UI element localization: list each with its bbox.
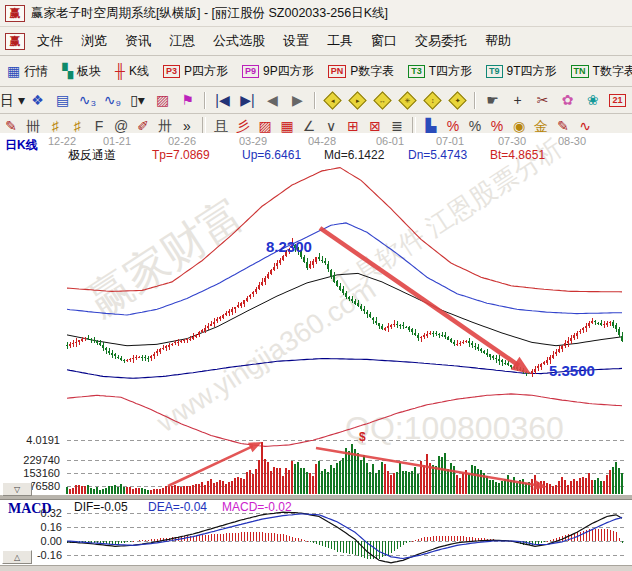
window-title: 赢家老子时空周期系统[纵横版] - [丽江股份 SZ002033-256日K线] [31, 5, 388, 22]
indicator-dn: Dn=5.4743 [408, 149, 467, 163]
red-grid-tool-2-icon: ⊠ [369, 119, 381, 133]
doc-icon-icon: ▤ [56, 93, 69, 107]
elephant-icon[interactable]: ✿ [555, 87, 580, 113]
cycle-diamond-h-icon: ↔ [373, 91, 391, 109]
p-square-button[interactable]: P3P四方形 [156, 56, 235, 86]
macd-tick-1: 0.32 [2, 507, 62, 520]
chart-panel: 赢家财富工具软件 江恩股票分析www.yingjia360.comQQ:1008… [0, 133, 632, 565]
gold-bars-tool-icon: 金 [534, 119, 548, 133]
9p-square-button[interactable]: P99P四方形 [235, 56, 321, 86]
first-bar-button-icon: |◀ [215, 93, 229, 107]
quotes-button-icon: ▦ [7, 64, 20, 78]
cycle-diamond-right[interactable]: ▸ [345, 87, 370, 113]
calendar-icon-icon: 21 [609, 94, 625, 107]
brain-icon[interactable]: ❀ [580, 87, 605, 113]
t-square-button[interactable]: T3T四方形 [401, 56, 479, 86]
macd-dea-value: DEA=-0.04 [148, 501, 207, 515]
calendar-icon[interactable]: 21 [605, 87, 630, 113]
kline-button[interactable]: ╫K线 [108, 56, 156, 86]
hand-tool[interactable]: ☛ [480, 87, 505, 113]
trend-arrowhead-0 [511, 357, 531, 374]
9t-square-button-label: 9T四方形 [507, 63, 557, 80]
menu-item-8[interactable]: 交易委托 [406, 29, 476, 53]
date-tick-8: 08-30 [558, 135, 586, 148]
sectors-button-icon: ▚ [62, 64, 73, 78]
volume-tick-2: 153160 [0, 467, 60, 480]
p-number-table-button[interactable]: PNP数字表 [321, 56, 402, 86]
more-tools-chevron-icon: » [183, 119, 191, 133]
indicator-md: Md=6.1422 [324, 149, 384, 163]
t-square-button-label: T四方形 [429, 63, 472, 80]
f-tool-icon: F [95, 119, 104, 133]
red-box-tool-1-icon: ▨ [258, 119, 271, 133]
menu-item-3[interactable]: 江恩 [160, 29, 204, 53]
t-square-button-icon: T3 [408, 65, 425, 78]
cycle-diamond-h[interactable]: ↔ [370, 87, 395, 113]
9p-square-button-label: 9P四方形 [263, 63, 314, 80]
cycle-diamond-star-icon: ✳ [398, 91, 416, 109]
prev-bar-button[interactable]: ◀ [260, 87, 285, 113]
comb-tool-icon: 卌 [26, 119, 40, 133]
last-bar-button[interactable]: ▶| [235, 87, 260, 113]
date-tick-4: 04-28 [308, 135, 336, 148]
network-icon[interactable]: ❖ [25, 87, 50, 113]
scissors-tool[interactable]: ✂ [530, 87, 555, 113]
next-bar-button[interactable]: ▶ [285, 87, 310, 113]
pen-angle-tool-icon: ✐ [137, 119, 149, 133]
period-day-dropdown[interactable]: 日 ▾ [0, 87, 25, 113]
app-window: 赢 赢家老子时空周期系统[纵横版] - [丽江股份 SZ002033-256日K… [0, 0, 632, 571]
chips-icon[interactable]: ▨ [150, 87, 175, 113]
menu-item-4[interactable]: 公式选股 [204, 29, 274, 53]
wave9-icon[interactable]: ∿₉ [100, 87, 125, 113]
macd-dif-value: DIF=-0.05 [74, 501, 128, 515]
spiral-tool-icon: @ [114, 119, 128, 133]
cycle-diamond-star[interactable]: ✳ [395, 87, 420, 113]
doc-icon[interactable]: ▤ [50, 87, 75, 113]
candle-style-dropdown[interactable]: ▯▾ [125, 87, 150, 113]
sectors-button[interactable]: ▚板块 [55, 56, 108, 86]
t-number-table-button[interactable]: TNT数字表 [564, 56, 632, 86]
9t-square-button-icon: T9 [486, 65, 503, 78]
dollar-marker: $ [359, 430, 366, 444]
menu-item-0[interactable]: 文件 [28, 29, 72, 53]
crosshair-tool[interactable]: + [505, 87, 530, 113]
first-bar-button[interactable]: |◀ [210, 87, 235, 113]
watermark-text-3: QQ:100800360 [345, 410, 564, 446]
t-number-table-button-icon: TN [571, 65, 589, 78]
menu-item-9[interactable]: 帮助 [476, 29, 520, 53]
app-logo-icon-small: 赢 [5, 33, 25, 50]
cycle-diamond-left[interactable]: ◂ [320, 87, 345, 113]
menu-item-1[interactable]: 浏览 [72, 29, 116, 53]
title-bar: 赢 赢家老子时空周期系统[纵横版] - [丽江股份 SZ002033-256日K… [0, 0, 632, 27]
trend-flag-icon-icon: ⚑ [181, 93, 194, 107]
candle-style-dropdown-icon: ▯▾ [130, 93, 145, 107]
quotes-button[interactable]: ▦行情 [0, 56, 55, 86]
trend-flag-icon[interactable]: ⚑ [175, 87, 200, 113]
menu-item-2[interactable]: 资讯 [116, 29, 160, 53]
wave3-icon[interactable]: ∿₃ [75, 87, 100, 113]
cycle-diamond-v-icon: ↕ [423, 91, 441, 109]
date-tick-1: 01-21 [103, 135, 131, 148]
indicator-bt: Bt=4.8651 [490, 149, 545, 163]
menu-item-6[interactable]: 工具 [318, 29, 362, 53]
wave3-icon-icon: ∿₃ [79, 93, 96, 107]
cycle-diamond-v[interactable]: ↕ [420, 87, 445, 113]
watermark-layer: 赢家财富工具软件 江恩股票分析www.yingjia360.comQQ:1008… [78, 133, 567, 446]
p-square-button-label: P四方形 [184, 63, 228, 80]
date-tick-5: 06-01 [376, 135, 404, 148]
period-day-dropdown-icon: 日 ▾ [0, 93, 25, 107]
hand-tool-icon: ☛ [486, 93, 499, 107]
date-tick-6: 07-01 [436, 135, 464, 148]
fan-lines-tool-icon: 彡 [236, 119, 250, 133]
9t-square-button[interactable]: T99T四方形 [479, 56, 564, 86]
cycle-diamond-all[interactable]: ✦ [445, 87, 470, 113]
comb-tool-2-icon: 卅 [158, 119, 172, 133]
p-number-table-button-icon: PN [328, 65, 347, 78]
red-grid-tool-1-icon: ⊞ [347, 119, 359, 133]
toolbar-separator [314, 92, 316, 109]
gann-box-tool-icon: 且 [214, 119, 228, 133]
panel-divider[interactable] [0, 495, 632, 499]
menu-item-5[interactable]: 设置 [274, 29, 318, 53]
collapse-volume-button[interactable]: ▽ [2, 482, 32, 496]
menu-item-7[interactable]: 窗口 [362, 29, 406, 53]
